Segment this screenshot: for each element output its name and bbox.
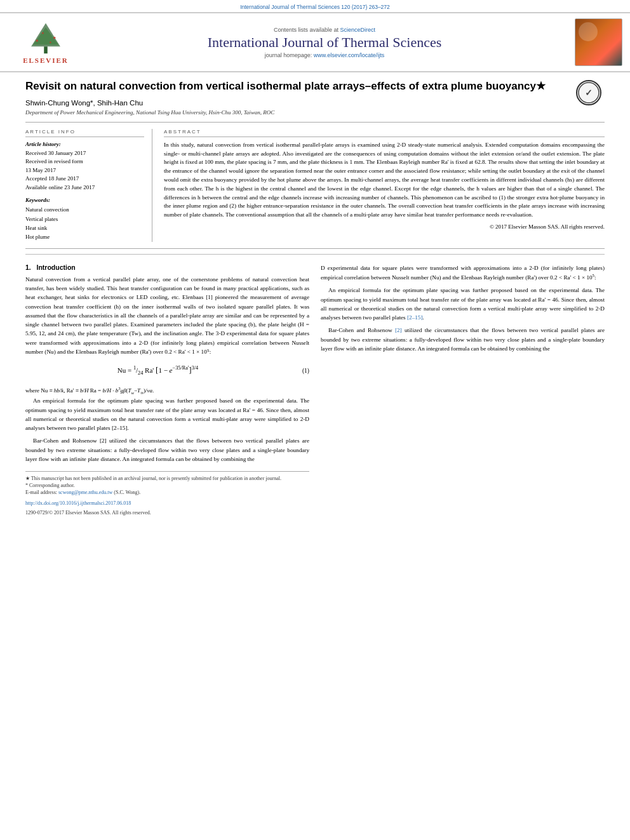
elsevier-wordmark: ELSEVIER [23, 57, 69, 64]
revised-date: 13 May 2017 [25, 166, 144, 175]
right-col-para-1: D experimental data for square plates we… [321, 263, 605, 283]
intro-body-text: Natural convection from a vertical paral… [25, 275, 309, 463]
crossmark-badge[interactable]: ✓ [576, 80, 605, 109]
footnote-email: E-mail address: scwong@pme.nthu.edu.tw (… [25, 489, 309, 496]
abstract-text: In this study, natural convection from v… [164, 141, 605, 220]
right-col-para-2: An empirical formula for the optimum pla… [321, 286, 605, 322]
footnote-section: ★ This manuscript has not been published… [25, 471, 309, 497]
elsevier-logo-section: ELSEVIER [8, 20, 84, 64]
footnote-star: ★ This manuscript has not been published… [25, 475, 309, 482]
svg-point-4 [53, 37, 56, 39]
article-info-column: ARTICLE INFO Article history: Received 3… [25, 129, 152, 242]
intro-para-3: Bar-Cohen and Rohsenow [2] utilized the … [25, 436, 309, 463]
svg-rect-0 [44, 46, 48, 53]
keyword-3: Heat sink [25, 223, 144, 232]
abstract-column: ABSTRACT In this study, natural convecti… [164, 129, 605, 242]
homepage-label: journal homepage: [265, 52, 312, 58]
email-label: E-mail address: [25, 490, 57, 495]
email-link[interactable]: scwong@pme.nthu.edu.tw [58, 490, 112, 495]
article-info-abstract-section: ARTICLE INFO Article history: Received 3… [25, 129, 605, 249]
authors: Shwin-Chung Wong*, Shih-Han Chu [25, 99, 605, 107]
article-title-section: Revisit on natural convection from verti… [25, 79, 605, 123]
homepage-url[interactable]: www.elsevier.com/locate/ijts [314, 52, 385, 58]
received-date: Received 30 January 2017 [25, 149, 144, 158]
svg-point-3 [36, 39, 38, 42]
issn-line: 1290-0729/© 2017 Elsevier Masson SAS. Al… [25, 510, 309, 516]
journal-thumbnail [565, 18, 622, 66]
accepted-date: Accepted 18 June 2017 [25, 175, 144, 183]
body-left-column: 1. Introduction Natural convection from … [25, 263, 309, 516]
cite-2[interactable]: [2] [395, 327, 402, 333]
svg-marker-2 [33, 27, 58, 45]
received-revised-label: Received in revised form [25, 157, 144, 166]
right-col-para-3: Bar-Cohen and Rohsenow [2] utilized the … [321, 326, 605, 353]
formula-1-where: where Nu ≡ hb/k, Ra' ≡ b/H Ra = b/H · b3… [25, 385, 309, 396]
svg-point-5 [42, 32, 44, 34]
keyword-2: Vertical plates [25, 215, 144, 223]
cite-2-15[interactable]: [2–15] [407, 314, 423, 321]
elsevier-tree-icon [27, 20, 65, 55]
journal-homepage: journal homepage: www.elsevier.com/locat… [84, 52, 565, 58]
formula-1: Nu = 1/24 Ra' [1 − e−35/Ra']3/4 [25, 364, 290, 378]
formula-1-number: (1) [290, 366, 309, 376]
right-col-text: D experimental data for square plates we… [321, 263, 605, 353]
crossmark-icon[interactable]: ✓ [576, 80, 601, 105]
contents-text: Contents lists available at [274, 27, 338, 33]
available-online-date: Available online 23 June 2017 [25, 183, 144, 192]
formula-1-block: Nu = 1/24 Ra' [1 − e−35/Ra']3/4 (1) [25, 361, 309, 380]
journal-title: International Journal of Thermal Science… [84, 34, 565, 51]
intro-section-title: 1. Introduction [25, 263, 309, 271]
section-number: 1. [25, 263, 31, 271]
keywords-title: Keywords: [25, 197, 144, 203]
main-content: Revisit on natural convection from verti… [0, 79, 630, 516]
article-title: Revisit on natural convection from verti… [25, 79, 605, 94]
article-info-heading: ARTICLE INFO [25, 129, 144, 137]
sciencedirect-link[interactable]: ScienceDirect [340, 27, 376, 33]
svg-text:✓: ✓ [585, 88, 593, 98]
journal-cover-image [575, 18, 622, 66]
keyword-4: Hot plume [25, 232, 144, 241]
svg-point-6 [50, 41, 51, 43]
doi-link[interactable]: http://dx.doi.org/10.1016/j.ijthermalsci… [25, 500, 131, 506]
email-suffix: (S.C. Wong). [114, 490, 140, 495]
section-title-text: Introduction [37, 263, 76, 271]
affiliation: Department of Power Mechanical Engineeri… [25, 109, 605, 116]
article-history-title: Article history: [25, 141, 144, 147]
journal-title-section: Contents lists available at ScienceDirec… [84, 27, 565, 58]
intro-para-2: An empirical formula for the optimum pla… [25, 396, 309, 432]
section-divider [25, 254, 605, 255]
body-content: 1. Introduction Natural convection from … [25, 263, 605, 516]
journal-header: ELSEVIER Contents lists available at Sci… [0, 12, 630, 72]
doi-line: http://dx.doi.org/10.1016/j.ijthermalsci… [25, 500, 309, 506]
abstract-heading: ABSTRACT [164, 129, 605, 137]
body-right-column: D experimental data for square plates we… [321, 263, 605, 516]
footnote-corresponding: * Corresponding author. [25, 482, 309, 489]
contents-line: Contents lists available at ScienceDirec… [84, 27, 565, 33]
journal-reference: International Journal of Thermal Science… [0, 0, 630, 12]
copyright-line: © 2017 Elsevier Masson SAS. All rights r… [164, 223, 605, 230]
keyword-1: Natural convection [25, 205, 144, 214]
intro-para-1: Natural convection from a vertical paral… [25, 275, 309, 356]
